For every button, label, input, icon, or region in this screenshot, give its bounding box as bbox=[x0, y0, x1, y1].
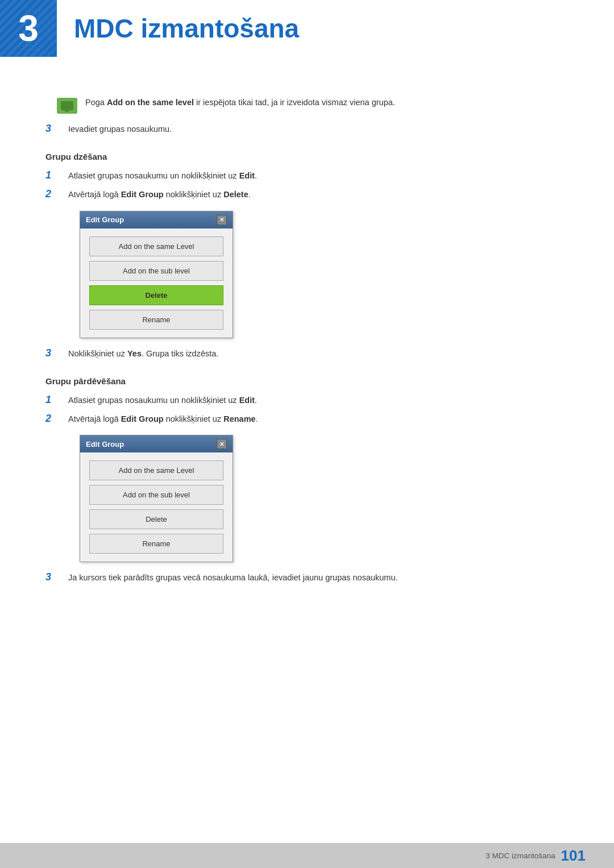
chapter-number: 3 bbox=[18, 7, 39, 49]
section1-step2-row: 2 Atvērtajā logā Edit Group noklikšķinie… bbox=[45, 188, 569, 201]
section1-step3-number: 3 bbox=[45, 347, 68, 359]
step-intro-row: 3 Ievadiet grupas nosaukumu. bbox=[45, 123, 569, 136]
note-row: Poga Add on the same level ir iespējota … bbox=[57, 97, 569, 114]
chapter-number-box: 3 bbox=[0, 0, 57, 57]
section1-step1-text: Atlasiet grupas nosaukumu un noklikšķini… bbox=[68, 169, 257, 182]
step-intro-text: Ievadiet grupas nosaukumu. bbox=[68, 123, 172, 136]
section2-heading: Grupu pārdēvēšana bbox=[45, 376, 569, 386]
chapter-title: MDC izmantošana bbox=[74, 13, 299, 44]
section1-step2-number: 2 bbox=[45, 188, 68, 200]
dialog1-btn-add-same[interactable]: Add on the same Level bbox=[89, 236, 223, 256]
section2-step2-number: 2 bbox=[45, 413, 68, 425]
dialog1-titlebar: Edit Group ✕ bbox=[80, 211, 233, 229]
page-content: Poga Add on the same level ir iespējota … bbox=[0, 80, 614, 636]
top-section: Poga Add on the same level ir iespējota … bbox=[45, 80, 569, 584]
dialog2-btn-add-same[interactable]: Add on the same Level bbox=[89, 460, 223, 480]
dialog2-btn-delete[interactable]: Delete bbox=[89, 509, 223, 529]
step-intro-number: 3 bbox=[45, 123, 68, 135]
dialog2-btn-rename[interactable]: Rename bbox=[89, 534, 223, 554]
section1-step1-number: 1 bbox=[45, 169, 68, 181]
section2-step1-number: 1 bbox=[45, 394, 68, 406]
dialog2-close-button[interactable]: ✕ bbox=[217, 439, 227, 449]
dialog2-btn-add-sub[interactable]: Add on the sub level bbox=[89, 485, 223, 505]
dialog1-btn-delete[interactable]: Delete bbox=[89, 285, 223, 305]
section1-step2-bold2: Delete bbox=[223, 190, 248, 199]
dialog2-titlebar: Edit Group ✕ bbox=[80, 435, 233, 452]
dialog1-btn-add-sub[interactable]: Add on the sub level bbox=[89, 261, 223, 281]
section2-step3-number: 3 bbox=[45, 571, 68, 583]
section2-step2-row: 2 Atvērtajā logā Edit Group noklikšķinie… bbox=[45, 413, 569, 426]
dialog1-close-button[interactable]: ✕ bbox=[217, 215, 227, 225]
section2-step3-text: Ja kursors tiek parādīts grupas vecā nos… bbox=[68, 571, 398, 584]
section1-heading: Grupu dzēšana bbox=[45, 152, 569, 161]
note-text: Poga Add on the same level ir iespējota … bbox=[85, 97, 395, 109]
dialog2-title: Edit Group bbox=[86, 440, 124, 448]
dialog1: Edit Group ✕ Add on the same Level Add o… bbox=[80, 211, 233, 338]
footer-text: 3 MDC izmantošana bbox=[486, 852, 555, 860]
section2-step2-text: Atvērtajā logā Edit Group noklikšķiniet … bbox=[68, 413, 258, 426]
section2-step3-row: 3 Ja kursors tiek parādīts grupas vecā n… bbox=[45, 571, 569, 584]
note-icon bbox=[57, 98, 77, 114]
section1-step1-bold: Edit bbox=[239, 171, 255, 180]
page-footer: 3 MDC izmantošana 101 bbox=[0, 843, 614, 868]
dialog1-title: Edit Group bbox=[86, 215, 124, 224]
dialog2-body: Add on the same Level Add on the sub lev… bbox=[80, 452, 233, 562]
dialog2: Edit Group ✕ Add on the same Level Add o… bbox=[80, 435, 233, 562]
footer-page-number: 101 bbox=[561, 847, 586, 865]
section1-step3-text: Noklikšķiniet uz Yes. Grupa tiks izdzēst… bbox=[68, 347, 218, 360]
section2-step2-bold1: Edit Group bbox=[121, 414, 164, 423]
section2-step1-bold: Edit bbox=[239, 396, 255, 405]
note-bold: Add on the same level bbox=[107, 98, 194, 107]
section2-step2-bold2: Rename bbox=[223, 414, 255, 423]
section1-step1-row: 1 Atlasiet grupas nosaukumu un noklikšķi… bbox=[45, 169, 569, 182]
section1-step2-bold1: Edit Group bbox=[121, 190, 164, 199]
dialog1-btn-rename[interactable]: Rename bbox=[89, 310, 223, 330]
chapter-header: 3 MDC izmantošana bbox=[0, 0, 614, 57]
section2-step1-text: Atlasiet grupas nosaukumu un noklikšķini… bbox=[68, 394, 257, 407]
dialog1-body: Add on the same Level Add on the sub lev… bbox=[80, 229, 233, 338]
section1-step3-bold: Yes bbox=[127, 349, 142, 358]
section1-step2-text: Atvērtajā logā Edit Group noklikšķiniet … bbox=[68, 188, 251, 201]
section2-step1-row: 1 Atlasiet grupas nosaukumu un noklikšķi… bbox=[45, 394, 569, 407]
note-icon-inner bbox=[61, 101, 73, 110]
section1-step3-row: 3 Noklikšķiniet uz Yes. Grupa tiks izdzē… bbox=[45, 347, 569, 360]
